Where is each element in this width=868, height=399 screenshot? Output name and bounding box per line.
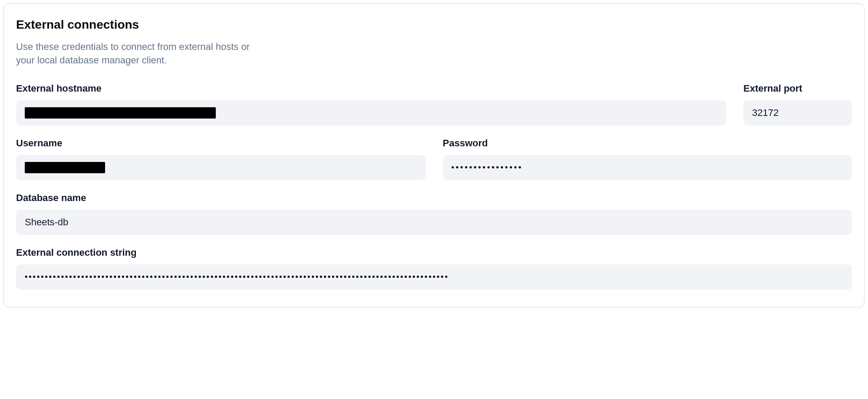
section-title: External connections xyxy=(16,18,852,32)
external-port-value[interactable]: 32172 xyxy=(743,100,852,125)
field-username: Username xyxy=(16,138,426,180)
external-connection-string-value[interactable]: ••••••••••••••••••••••••••••••••••••••••… xyxy=(16,264,852,290)
external-hostname-label: External hostname xyxy=(16,83,726,94)
field-external-hostname: External hostname xyxy=(16,83,726,125)
username-label: Username xyxy=(16,138,426,149)
redacted-username-block xyxy=(25,162,105,173)
connection-string-masked-dots: ••••••••••••••••••••••••••••••••••••••••… xyxy=(25,272,449,281)
external-connection-string-label: External connection string xyxy=(16,247,852,258)
row-username-password: Username Password •••••••••••••••• xyxy=(16,138,852,180)
external-hostname-value[interactable] xyxy=(16,100,726,125)
row-connection-string: External connection string •••••••••••••… xyxy=(16,247,852,290)
row-database-name: Database name Sheets-db xyxy=(16,192,852,235)
field-external-connection-string: External connection string •••••••••••••… xyxy=(16,247,852,290)
password-label: Password xyxy=(443,138,852,149)
database-name-value[interactable]: Sheets-db xyxy=(16,210,852,235)
external-port-label: External port xyxy=(743,83,852,94)
external-connections-panel: External connections Use these credentia… xyxy=(3,3,865,307)
redacted-hostname-block xyxy=(25,107,216,119)
username-value[interactable] xyxy=(16,155,426,180)
section-description: Use these credentials to connect from ex… xyxy=(16,40,259,67)
field-external-port: External port 32172 xyxy=(743,83,852,125)
database-name-label: Database name xyxy=(16,192,852,204)
row-hostname-port: External hostname External port 32172 xyxy=(16,83,852,125)
field-database-name: Database name Sheets-db xyxy=(16,192,852,235)
field-password: Password •••••••••••••••• xyxy=(443,138,852,180)
password-masked-dots: •••••••••••••••• xyxy=(452,163,523,172)
password-value[interactable]: •••••••••••••••• xyxy=(443,155,852,180)
